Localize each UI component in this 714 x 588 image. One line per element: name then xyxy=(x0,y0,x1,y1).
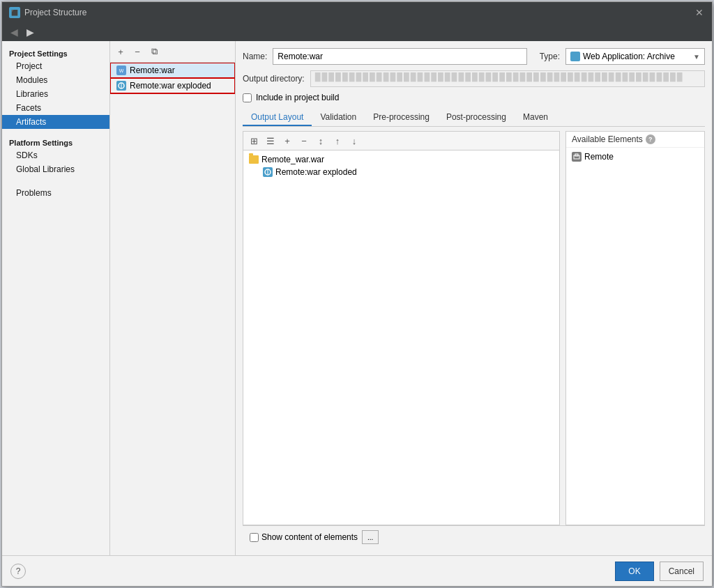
available-item-remote[interactable]: Remote xyxy=(569,150,701,163)
layout-left-panel: ⊞ ☰ + − ↕ ↑ ↓ Remote_war.war xyxy=(243,131,560,525)
bottom-bar: Show content of elements ... xyxy=(243,525,705,548)
remove-artifact-button[interactable]: − xyxy=(130,44,145,59)
war-artifact-icon: W xyxy=(116,65,127,76)
artifact-item-remote-war[interactable]: W Remote:war xyxy=(110,63,235,78)
layout-btn-grid[interactable]: ⊞ xyxy=(246,133,261,148)
layout-btn-add[interactable]: + xyxy=(280,133,295,148)
project-structure-dialog: ⬛ Project Structure ✕ ◀ ▶ Project Settin… xyxy=(1,1,713,587)
copy-artifact-button[interactable]: ⧉ xyxy=(146,44,162,59)
type-select-arrow: ▼ xyxy=(693,53,700,61)
available-header: Available Elements ? xyxy=(566,132,704,148)
sidebar-item-modules[interactable]: Modules xyxy=(2,73,109,87)
show-content-checkbox[interactable] xyxy=(250,533,259,542)
available-item-label: Remote xyxy=(584,152,614,162)
right-panel: Name: Type: Web Application: Archive ▼ O… xyxy=(236,41,712,555)
tree-item-war-exploded[interactable]: Remote:war exploded xyxy=(246,166,556,178)
module-icon xyxy=(572,152,582,162)
output-dir-label: Output directory: xyxy=(243,74,305,84)
sidebar-item-libraries[interactable]: Libraries xyxy=(2,87,109,101)
war-exploded-artifact-icon xyxy=(116,80,127,91)
layout-tree: Remote_war.war Remote:war exploded xyxy=(243,150,559,525)
main-content: Project Settings Project Modules Librari… xyxy=(2,41,712,555)
app-icon: ⬛ xyxy=(9,7,20,18)
sidebar-item-problems[interactable]: Problems xyxy=(2,186,109,200)
footer: ? OK Cancel xyxy=(2,555,712,586)
type-select[interactable]: Web Application: Archive ▼ xyxy=(565,48,705,65)
layout-btn-remove[interactable]: − xyxy=(296,133,312,148)
tab-output-layout[interactable]: Output Layout xyxy=(243,109,312,126)
exploded-icon xyxy=(116,81,126,91)
nav-bar: ◀ ▶ xyxy=(2,23,712,41)
dialog-title: Project Structure xyxy=(24,8,86,17)
layout-toolbar: ⊞ ☰ + − ↕ ↑ ↓ xyxy=(243,132,559,150)
name-type-row: Name: Type: Web Application: Archive ▼ xyxy=(243,48,705,65)
tab-validation[interactable]: Validation xyxy=(312,109,365,126)
exploded-tree-icon xyxy=(263,167,273,177)
sidebar-item-facets[interactable]: Facets xyxy=(2,101,109,115)
available-help-icon[interactable]: ? xyxy=(646,134,655,144)
artifact-exploded-item-label: Remote:war exploded xyxy=(130,81,211,91)
tab-maven[interactable]: Maven xyxy=(515,109,556,126)
sidebar-item-sdks[interactable]: SDKs xyxy=(2,148,109,162)
type-select-icon xyxy=(570,52,580,61)
layout-panel: ⊞ ☰ + − ↕ ↑ ↓ Remote_war.war xyxy=(243,131,705,525)
artifact-list-panel: + − ⧉ W Remote:war Remote: xyxy=(110,41,236,555)
close-button[interactable]: ✕ xyxy=(694,7,705,18)
available-elements-panel: Available Elements ? Remote xyxy=(565,131,705,525)
layout-btn-down[interactable]: ↓ xyxy=(347,133,362,148)
layout-btn-list[interactable]: ☰ xyxy=(263,133,278,148)
platform-settings-label: Platform Settings xyxy=(2,136,109,148)
ellipsis-button[interactable]: ... xyxy=(362,530,379,544)
tabs-bar: Output Layout Validation Pre-processing … xyxy=(243,109,705,127)
tree-item-war-file[interactable]: Remote_war.war xyxy=(246,153,556,166)
sidebar: Project Settings Project Modules Librari… xyxy=(2,41,110,555)
sidebar-item-artifacts[interactable]: Artifacts xyxy=(2,115,109,129)
folder-icon xyxy=(249,155,259,164)
project-settings-label: Project Settings xyxy=(2,47,109,59)
include-build-checkbox[interactable] xyxy=(243,93,252,102)
war-icon: W xyxy=(116,65,126,75)
artifact-item-label: Remote:war xyxy=(130,65,175,75)
layout-btn-up[interactable]: ↑ xyxy=(330,133,345,148)
name-label: Name: xyxy=(243,52,267,61)
output-dir-row: Output directory: ██████████████████████… xyxy=(243,70,705,87)
tree-item-label: Remote_war.war xyxy=(261,155,324,164)
type-select-text: Web Application: Archive xyxy=(583,52,690,61)
layout-btn-sort[interactable]: ↕ xyxy=(313,133,328,148)
tab-pre-processing[interactable]: Pre-processing xyxy=(365,109,438,126)
title-bar-left: ⬛ Project Structure xyxy=(9,7,86,18)
footer-right: OK Cancel xyxy=(615,562,704,581)
available-tree: Remote xyxy=(566,148,704,525)
artifact-list: W Remote:war Remote:war exploded xyxy=(110,63,235,555)
cancel-button[interactable]: Cancel xyxy=(660,562,704,581)
artifact-toolbar: + − ⧉ xyxy=(110,41,235,63)
title-bar: ⬛ Project Structure ✕ xyxy=(2,2,712,23)
include-build-label: Include in project build xyxy=(256,93,339,102)
footer-left: ? xyxy=(10,564,26,579)
show-content-label: Show content of elements xyxy=(261,532,358,542)
ok-button[interactable]: OK xyxy=(615,562,653,581)
show-content-row: Show content of elements xyxy=(250,532,358,542)
help-button[interactable]: ? xyxy=(10,564,26,579)
add-artifact-button[interactable]: + xyxy=(113,44,128,59)
sidebar-item-project[interactable]: Project xyxy=(2,59,109,73)
available-header-text: Available Elements xyxy=(572,134,643,144)
artifact-item-remote-war-exploded[interactable]: Remote:war exploded xyxy=(110,78,235,93)
tab-post-processing[interactable]: Post-processing xyxy=(438,109,515,126)
forward-button[interactable]: ▶ xyxy=(24,25,37,39)
output-dir-value: ████████████████████████████████████████… xyxy=(310,70,705,87)
tree-item-exploded-label: Remote:war exploded xyxy=(275,167,357,177)
name-input[interactable] xyxy=(273,48,526,65)
sidebar-item-global-libraries[interactable]: Global Libraries xyxy=(2,162,109,176)
include-build-row: Include in project build xyxy=(243,93,705,102)
type-label: Type: xyxy=(540,52,560,61)
back-button[interactable]: ◀ xyxy=(8,25,21,39)
